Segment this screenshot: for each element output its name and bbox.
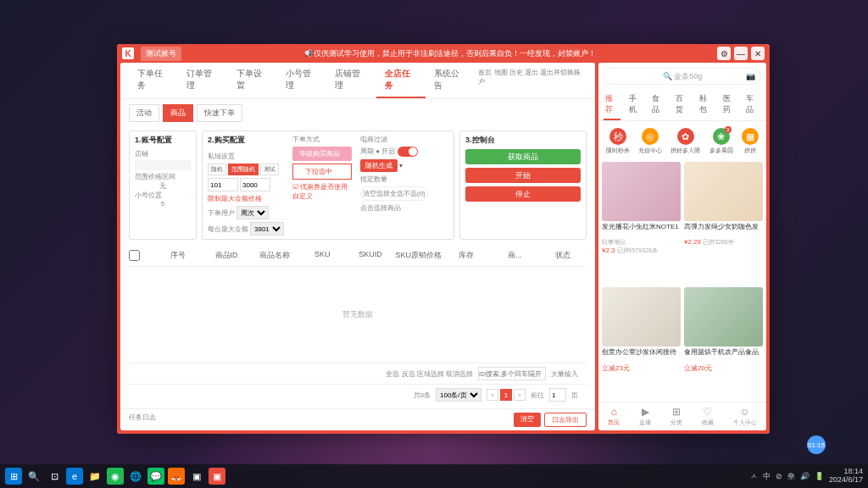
clear-log-button[interactable]: 清空 [514, 413, 541, 427]
main-tab-4[interactable]: 店铺管理 [326, 63, 376, 98]
product-card-1[interactable]: 高弹力发绳少女奶咖色发¥2.28已拼3206件 [684, 162, 763, 284]
tray-icon[interactable]: ⊘ [776, 472, 782, 480]
per-page-select[interactable]: 100条/页 [436, 388, 481, 402]
sub-tab-1[interactable]: 商品 [163, 104, 193, 122]
tray-icon[interactable]: 🔋 [815, 472, 824, 480]
col-header: 商品ID [203, 250, 251, 263]
col-header: 状态 [538, 250, 587, 263]
coupon-checkbox[interactable]: ☑ 优惠券是否使用自定义 [292, 182, 352, 201]
quick-icon-0[interactable]: 秒限时秒杀 [606, 128, 630, 155]
product-card-2[interactable]: 创意办公室沙发休闲接待立减23元 [602, 287, 681, 402]
submit-button[interactable]: 下拉选中 [292, 164, 352, 180]
product-card-0[interactable]: 发光播花小兔红米NOTE1轻奢潮品¥2.3已拼6579328条 [602, 162, 681, 284]
taskview-icon[interactable]: ⊡ [46, 468, 63, 485]
timer-badge[interactable]: 01:15 [807, 435, 826, 454]
explorer-icon[interactable]: 📁 [86, 468, 103, 485]
filter-toggle[interactable] [398, 147, 418, 157]
quick-icon-4[interactable]: ▦拼拼 [742, 128, 759, 155]
prev-page[interactable]: ‹ [487, 389, 498, 401]
mode-opt-1[interactable]: 范围随机 [228, 164, 259, 175]
shop-panel: 🔍 金条50g 📷 推荐手机食品百货鞋包医药车品 秒限时秒杀◎充值中心✿拼好多人… [598, 63, 766, 430]
control-btn-2[interactable]: 停止 [465, 186, 581, 202]
control-panel: 3.控制台 获取商品开始停止 [459, 130, 587, 240]
col-header: 序号 [154, 250, 203, 263]
goto-page-input[interactable] [549, 388, 566, 402]
wechat-icon[interactable]: 💬 [147, 468, 164, 485]
main-tab-1[interactable]: 订单管理 [178, 63, 227, 98]
cat-tab-5[interactable]: 医药 [721, 90, 738, 120]
cat-tab-1[interactable]: 手机 [627, 90, 644, 120]
col-header: SKUID [347, 250, 395, 263]
tray-icon[interactable]: 中 [763, 471, 771, 482]
price-select[interactable]: 3801 [250, 222, 284, 236]
select-all-checkbox[interactable] [129, 250, 140, 261]
app-icon-2[interactable]: ▣ [209, 468, 225, 485]
nav-item-0[interactable]: ⌂首页 [608, 406, 620, 427]
account-tab[interactable]: 测试账号 [141, 47, 181, 61]
tray-icon[interactable]: 🔊 [800, 472, 810, 480]
nav-item-1[interactable]: ▶直播 [639, 406, 651, 427]
mode-opt-2[interactable]: 测试 [260, 164, 279, 175]
close-icon[interactable]: ✕ [751, 47, 765, 60]
main-tabs: 下单任务订单管理下单设置小号管理店铺管理全店任务系统公告首页 地图 历史 退出 … [120, 63, 595, 99]
firefox-icon[interactable]: 🦊 [168, 468, 185, 485]
nav-item-2[interactable]: ⊞分类 [670, 406, 682, 427]
page-1[interactable]: 1 [500, 389, 512, 401]
chrome-icon[interactable]: 🌐 [127, 468, 144, 485]
export-log-button[interactable]: 日志导出 [544, 413, 587, 427]
cat-tab-2[interactable]: 食品 [650, 90, 667, 120]
camera-icon[interactable]: 📷 [746, 72, 755, 80]
notice-text: 📢 仅供测试学习使用，禁止用于非法刷法途径，否则后果自负！一经发现，封禁账户！ [181, 48, 717, 59]
nav-item-4[interactable]: ☺个人中心 [733, 406, 757, 427]
top-links[interactable]: 首页 地图 历史 退出 退出并切换账户 [475, 63, 587, 98]
start-icon[interactable]: ⊞ [5, 468, 22, 485]
col-header: SKU [298, 250, 347, 263]
quick-icon-1[interactable]: ◎充值中心 [638, 128, 662, 155]
main-tab-2[interactable]: 下单设置 [228, 63, 277, 98]
minimize-icon[interactable]: — [734, 47, 748, 60]
random-gen-button[interactable]: 随机生成 [360, 159, 398, 172]
main-tab-0[interactable]: 下单任务 [129, 63, 178, 98]
level-buy-button[interactable]: 等级购买商品 [292, 147, 352, 161]
range-max[interactable] [240, 178, 270, 191]
account-config: 1.账号配置 店铺 范围价格区间 无 小号位置 5 [129, 130, 197, 240]
control-btn-1[interactable]: 开始 [465, 168, 581, 183]
user-select[interactable]: 周次 [236, 206, 269, 219]
col-header: 商品名称 [250, 250, 298, 263]
purchase-config: 2.购买配置 私域设置 随机范围随机测试 限制最大金额价格 下单用户 周次 [202, 130, 454, 240]
product-card-3[interactable]: 食用菌烘干机农产品食品立减20元 [684, 287, 763, 402]
spotify-icon[interactable]: ◉ [107, 468, 124, 485]
quick-icon-2[interactable]: ✿拼好多人团 [670, 128, 700, 155]
control-btn-0[interactable]: 获取商品 [465, 149, 581, 164]
edge-icon[interactable]: e [66, 468, 83, 485]
main-tab-5[interactable]: 全店任务 [376, 63, 426, 98]
tray-icon[interactable]: 奈 [787, 471, 795, 482]
main-tab-3[interactable]: 小号管理 [277, 63, 326, 98]
sub-tab-0[interactable]: 活动 [129, 104, 159, 122]
tray-icon[interactable]: ㅅ [750, 471, 758, 482]
next-page[interactable]: › [514, 389, 526, 401]
id-search-input[interactable] [478, 367, 546, 380]
search-input[interactable]: 🔍 金条50g 📷 [604, 68, 761, 85]
nav-item-3[interactable]: ♡收藏 [702, 406, 714, 427]
sub-tab-2[interactable]: 快速下单 [197, 104, 242, 122]
cat-tab-6[interactable]: 车品 [744, 90, 761, 120]
cat-tab-3[interactable]: 百货 [674, 90, 691, 120]
settings-icon[interactable]: ⚙ [717, 47, 731, 60]
footer-links[interactable]: 全选 反选 区域选择 取消选择 [386, 369, 473, 379]
quick-icon-3[interactable]: ❀3多多果园 [709, 128, 733, 155]
main-window: K 测试账号 📢 仅供测试学习使用，禁止用于非法刷法途径，否则后果自负！一经发现… [117, 44, 770, 434]
app-icon-1[interactable]: ▣ [188, 468, 205, 485]
main-tab-6[interactable]: 系统公告 [426, 63, 475, 98]
clock-date[interactable]: 2024/6/17 [829, 476, 863, 485]
log-label: 任务日志 [129, 413, 156, 427]
range-min[interactable] [208, 178, 238, 191]
col-header: 商... [491, 250, 539, 263]
mode-opt-0[interactable]: 随机 [208, 164, 226, 175]
bulk-input-button[interactable]: 大量输入 [551, 369, 578, 379]
col-header: 库存 [442, 250, 491, 263]
cat-tab-4[interactable]: 鞋包 [698, 90, 715, 120]
empty-state: 暂无数据 [129, 267, 587, 363]
search-icon[interactable]: 🔍 [25, 468, 42, 485]
cat-tab-0[interactable]: 推荐 [604, 90, 620, 120]
